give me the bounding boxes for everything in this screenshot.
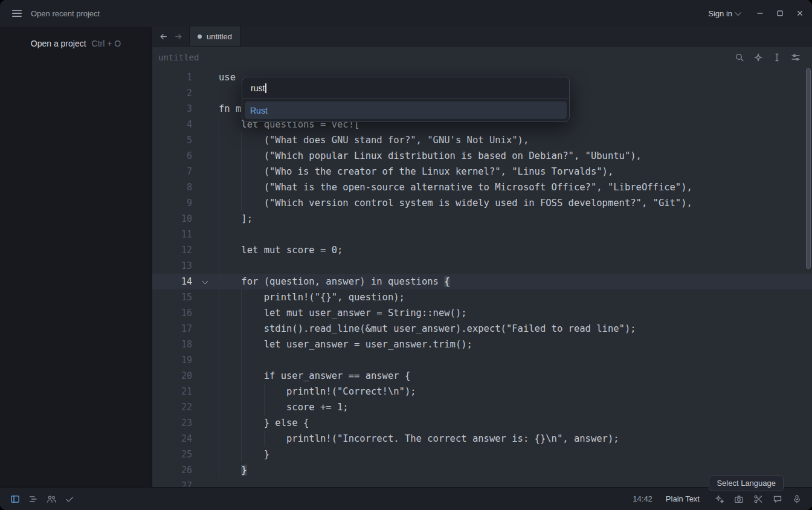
code-row[interactable]: 7 ("Who is the creator of the Linux kern… [152, 164, 812, 179]
indent-guide [264, 431, 265, 447]
close-button[interactable] [790, 0, 810, 27]
code-row[interactable]: 14 for (question, answer) in questions { [152, 274, 812, 289]
code-row[interactable]: 10 ]; [152, 211, 812, 227]
maximize-button[interactable] [770, 0, 790, 27]
editor[interactable]: 1use 23fn m4 let questions = vec![5 ("Wh… [152, 68, 812, 487]
line-number: 1 [187, 69, 192, 85]
inline-assist-button[interactable] [770, 51, 784, 64]
code-row[interactable]: 24 println!("Incorrect. The correct answ… [152, 431, 812, 447]
gutter: 14 [152, 274, 219, 289]
breadcrumb[interactable]: untitled [158, 53, 199, 62]
indent-guide [219, 462, 219, 478]
line-number: 13 [181, 258, 192, 274]
outline-panel-toggle[interactable] [27, 492, 40, 506]
chevron-down-icon [735, 9, 741, 16]
diagnostics-button[interactable] [63, 492, 76, 506]
maximize-icon [776, 9, 784, 18]
open-project-button[interactable]: Open a project Ctrl + O [31, 39, 121, 487]
gutter: 16 [152, 305, 219, 321]
statusbar-right: 14:42 Plain Text [633, 492, 804, 506]
fold-chevron-icon[interactable] [202, 279, 208, 285]
collab-panel-toggle[interactable] [45, 492, 58, 506]
code-row[interactable]: 9 ("Which version control system is wide… [152, 195, 812, 211]
code-row[interactable]: 13 [152, 258, 812, 274]
indent-guide [219, 258, 219, 274]
indent-guide [241, 384, 242, 399]
tab-untitled[interactable]: untitled [189, 27, 240, 46]
line-number: 25 [181, 447, 192, 462]
line-number: 6 [187, 148, 192, 164]
gutter: 24 [152, 431, 219, 447]
code-row[interactable]: 20 if user_answer == answer { [152, 368, 812, 384]
buffer-search-button[interactable] [733, 51, 746, 64]
code-row[interactable]: 19 [152, 352, 812, 368]
code-row[interactable]: 12 let mut score = 0; [152, 242, 812, 258]
line-number: 18 [181, 337, 192, 352]
code-row[interactable]: 17 stdin().read_line(&mut user_answer).e… [152, 321, 812, 337]
sparkles-icon [715, 494, 724, 504]
bracket-match: } [241, 465, 246, 476]
main-area: Open a project Ctrl + O untitled [0, 27, 812, 487]
code-row[interactable]: 5 ("What does GNU stand for?", "GNU's No… [152, 132, 812, 148]
gutter: 9 [152, 195, 219, 211]
statusbar-left [8, 492, 76, 506]
code-row[interactable]: 15 println!("{}", question); [152, 289, 812, 305]
line-number: 15 [181, 289, 192, 305]
screenshot-button[interactable] [732, 492, 746, 506]
ai-features-button[interactable] [713, 492, 726, 506]
line-number: 23 [181, 415, 192, 431]
navigate-forward-button[interactable] [172, 30, 185, 43]
code-row[interactable]: 16 let mut user_answer = String::new(); [152, 305, 812, 321]
recent-project-button[interactable]: Open recent project [31, 9, 100, 18]
language-search-input[interactable]: rust [242, 77, 569, 99]
code-row[interactable]: 23 } else { [152, 415, 812, 431]
editor-pane: untitled untitled [152, 27, 812, 487]
indent-guide [241, 399, 242, 415]
language-selector-button[interactable]: Plain Text [666, 494, 700, 503]
code-text: use [219, 69, 241, 85]
status-bar: 14:42 Plain Text [0, 487, 812, 510]
assistant-button[interactable] [752, 51, 765, 64]
vertical-scrollbar[interactable] [806, 68, 811, 269]
code-row[interactable]: 25 } [152, 447, 812, 462]
gutter: 7 [152, 164, 219, 179]
code-row[interactable]: 6 ("Which popular Linux distribution is … [152, 148, 812, 164]
feedback-button[interactable] [771, 492, 784, 506]
code-row[interactable]: 22 score += 1; [152, 399, 812, 415]
sign-in-button[interactable]: Sign in [708, 9, 741, 18]
indent-guide [241, 447, 242, 462]
microphone-button[interactable] [790, 492, 804, 506]
indent-guide [219, 117, 219, 132]
minimize-icon [756, 9, 764, 18]
cursor-position[interactable]: 14:42 [633, 494, 652, 503]
code-row[interactable]: 8 ("What is the open-source alternative … [152, 179, 812, 195]
editor-settings-button[interactable] [789, 51, 802, 64]
titlebar-right: Sign in [708, 0, 812, 27]
menu-icon[interactable] [12, 10, 22, 17]
code-text: stdin().read_line(&mut user_answer).expe… [219, 321, 636, 337]
code-row[interactable]: 18 let user_answer = user_answer.trim(); [152, 337, 812, 352]
outline-list-icon [28, 494, 38, 504]
toolbar-icons [733, 51, 802, 64]
gutter: 5 [152, 132, 219, 148]
gutter: 12 [152, 242, 219, 258]
snippet-button[interactable] [752, 492, 765, 506]
code-row[interactable]: 11 [152, 227, 812, 242]
line-number: 19 [181, 352, 192, 368]
code-text: ("Who is the creator of the Linux kernel… [219, 164, 613, 179]
people-icon [47, 494, 56, 504]
project-panel-toggle[interactable] [8, 492, 22, 506]
navigate-back-button[interactable] [156, 30, 170, 43]
open-project-shortcut: Ctrl + O [92, 39, 121, 48]
line-number: 22 [181, 399, 192, 415]
code-row[interactable]: 21 println!("Correct!\n"); [152, 384, 812, 399]
indent-guide [241, 164, 242, 179]
open-project-label: Open a project [31, 39, 86, 48]
indent-guide [219, 399, 219, 415]
arrow-left-icon [159, 32, 168, 41]
minimize-button[interactable] [750, 0, 770, 27]
indent-guide [219, 242, 219, 258]
language-option-rust[interactable]: Rust [245, 102, 567, 119]
line-number: 4 [187, 117, 192, 132]
indent-guide [241, 132, 242, 148]
